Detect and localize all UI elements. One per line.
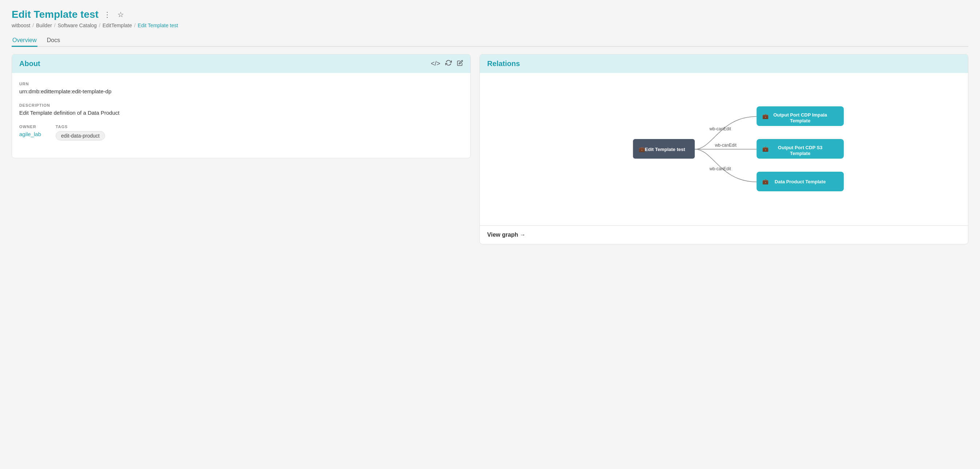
description-value: Edit Template definition of a Data Produ… bbox=[19, 109, 463, 116]
center-node-icon: 💼 bbox=[639, 146, 646, 152]
target-node-1-label: Output Port CDP Impala bbox=[773, 112, 828, 117]
urn-label: URN bbox=[19, 82, 463, 86]
about-card: About </> bbox=[12, 54, 471, 158]
about-title: About bbox=[19, 60, 40, 68]
tags-label: TAGS bbox=[56, 125, 105, 129]
target-node-3-icon: 💼 bbox=[763, 179, 769, 185]
owner-field: OWNER agile_lab bbox=[19, 125, 41, 141]
description-field: DESCRIPTION Edit Template definition of … bbox=[19, 103, 463, 116]
target-node-1-icon: 💼 bbox=[763, 113, 769, 119]
main-content: About </> bbox=[12, 54, 968, 244]
edge-label-3: wb-canEdit bbox=[709, 166, 731, 171]
breadcrumb-builder[interactable]: Builder bbox=[36, 22, 52, 28]
owner-label: OWNER bbox=[19, 125, 41, 129]
graph-container: wb-canEdit wb-canEdit wb-canEdit 💼 Edit … bbox=[487, 80, 961, 218]
owner-tags-row: OWNER agile_lab TAGS edit-data-product bbox=[19, 125, 463, 149]
relations-card: Relations wb-canEdit wb-canEdit wb-canEd… bbox=[479, 54, 968, 244]
breadcrumb: witboost / Builder / Software Catalog / … bbox=[12, 22, 968, 28]
about-header-actions: </> bbox=[431, 60, 463, 68]
urn-value: urn:dmb:edittemplate:edit-template-dp bbox=[19, 88, 463, 94]
tabs: Overview Docs bbox=[12, 35, 968, 47]
tag-chip[interactable]: edit-data-product bbox=[56, 131, 105, 141]
target-node-1-label-2: Template bbox=[790, 118, 811, 124]
center-node-label: Edit Template test bbox=[645, 147, 686, 152]
more-options-button[interactable]: ⋮ bbox=[102, 10, 112, 20]
relations-title: Relations bbox=[487, 60, 520, 68]
refresh-icon[interactable] bbox=[445, 60, 452, 68]
favorite-button[interactable]: ☆ bbox=[116, 10, 126, 20]
about-card-header: About </> bbox=[12, 54, 470, 73]
breadcrumb-current: Edit Template test bbox=[138, 22, 178, 28]
breadcrumb-edit-template[interactable]: EditTemplate bbox=[102, 22, 132, 28]
tab-docs[interactable]: Docs bbox=[46, 35, 61, 47]
code-icon[interactable]: </> bbox=[431, 60, 440, 68]
edge-label-1: wb-canEdit bbox=[709, 126, 731, 132]
relations-graph: wb-canEdit wb-canEdit wb-canEdit 💼 Edit … bbox=[487, 80, 961, 218]
page-title: Edit Template test bbox=[12, 9, 99, 20]
relations-body: wb-canEdit wb-canEdit wb-canEdit 💼 Edit … bbox=[480, 73, 968, 225]
owner-value: agile_lab bbox=[19, 131, 41, 137]
title-row: Edit Template test ⋮ ☆ bbox=[12, 9, 968, 20]
tab-overview[interactable]: Overview bbox=[12, 35, 37, 47]
view-graph-link[interactable]: View graph → bbox=[487, 231, 961, 238]
target-node-2-icon: 💼 bbox=[763, 146, 769, 152]
tags-value: edit-data-product bbox=[56, 131, 105, 141]
target-node-2-label-2: Template bbox=[790, 151, 811, 156]
breadcrumb-witboost[interactable]: witboost bbox=[12, 22, 30, 28]
owner-link[interactable]: agile_lab bbox=[19, 131, 41, 137]
target-node-3-label: Data Product Template bbox=[775, 179, 826, 184]
tags-field: TAGS edit-data-product bbox=[56, 125, 105, 141]
edge-label-2: wb-canEdit bbox=[714, 143, 737, 148]
urn-field: URN urn:dmb:edittemplate:edit-template-d… bbox=[19, 82, 463, 94]
edit-icon[interactable] bbox=[457, 60, 463, 68]
about-card-body: URN urn:dmb:edittemplate:edit-template-d… bbox=[12, 73, 470, 158]
description-label: DESCRIPTION bbox=[19, 103, 463, 108]
breadcrumb-software-catalog[interactable]: Software Catalog bbox=[58, 22, 97, 28]
relations-footer: View graph → bbox=[480, 225, 968, 244]
page-header: Edit Template test ⋮ ☆ witboost / Builde… bbox=[12, 9, 968, 28]
relations-card-header: Relations bbox=[480, 54, 968, 73]
target-node-2-label: Output Port CDP S3 bbox=[778, 145, 822, 150]
